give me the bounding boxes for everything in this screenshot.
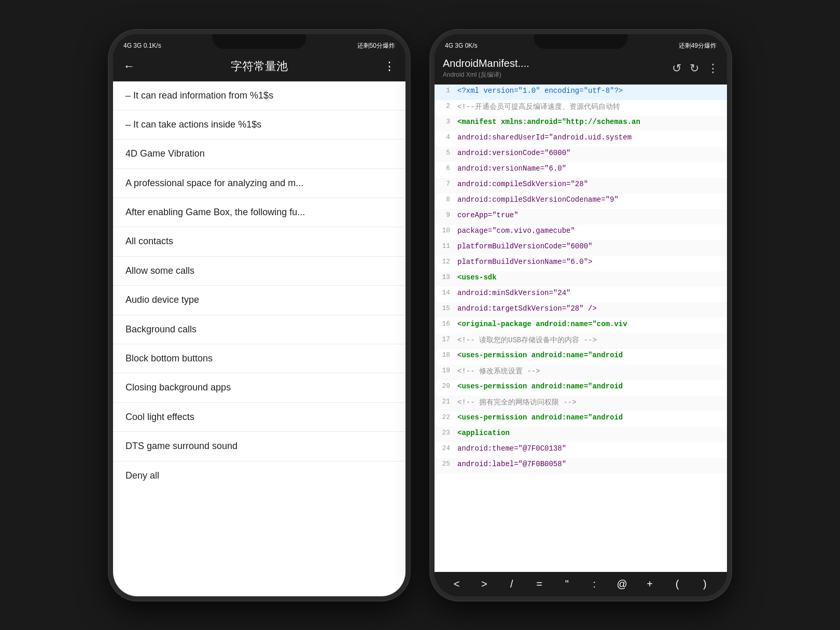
key-colon[interactable]: : [585, 576, 604, 592]
list-item-background-calls[interactable]: Background calls [113, 315, 405, 344]
menu-button-2[interactable]: ⋮ [707, 62, 719, 75]
key-lt[interactable]: < [447, 576, 466, 592]
volume-down-button [109, 169, 111, 211]
list-item-audio-device[interactable]: Audio device type [113, 286, 405, 315]
signal-text-1: 4G 3G 0.1K/s [123, 42, 161, 49]
code-line-8: 8 android:compileSdkVersionCodename="9" [435, 193, 727, 209]
key-open-paren[interactable]: ( [668, 576, 687, 592]
line-number: 2 [435, 101, 455, 110]
line-number: 11 [435, 241, 455, 250]
list-item-cool-light[interactable]: Cool light effects [113, 403, 405, 432]
line-number: 6 [435, 163, 455, 172]
list-item[interactable]: – It can take actions inside %1$s [113, 110, 405, 139]
custom-button-2 [430, 221, 432, 262]
key-slash[interactable]: / [502, 576, 521, 592]
code-line-21: 21 <!-- 拥有完全的网络访问权限 --> [435, 396, 727, 411]
line-number: 3 [435, 117, 455, 125]
list-item[interactable]: After enabling Game Box, the following f… [113, 198, 405, 227]
back-button[interactable]: ← [123, 60, 135, 73]
line-number: 25 [435, 459, 455, 468]
line-number: 8 [435, 194, 455, 203]
line-number: 14 [435, 288, 455, 297]
code-line-22: 22 <uses-permission android:name="androi… [435, 411, 727, 427]
line-content: android:sharedUserId="android.uid.system [455, 132, 727, 143]
code-line-7: 7 android:compileSdkVersion="28" [435, 178, 727, 193]
code-line-23: 23 <application [435, 427, 727, 442]
line-number: 13 [435, 272, 455, 281]
status-left-2: 4G 3G 0K/s [445, 42, 478, 49]
line-content: android:versionCode="6000" [455, 148, 727, 158]
battery-text-1: 还剩50分爆炸 [357, 41, 395, 50]
code-line-4: 4 android:sharedUserId="android.uid.syst… [435, 131, 727, 147]
line-content: <!--开通会员可提高反编译速度、资源代码自动转 [455, 101, 727, 113]
list-item[interactable]: Deny all [113, 461, 405, 490]
custom-button [109, 221, 111, 262]
status-right-1: 还剩50分爆炸 [357, 41, 395, 50]
code-line-24: 24 android:theme="@7F0C0138" [435, 442, 727, 458]
code-line-12: 12 platformBuildVersionName="6.0"> [435, 256, 727, 271]
line-number: 4 [435, 132, 455, 141]
volume-down-button-2 [430, 169, 432, 211]
status-bar-1: 4G 3G 0.1K/s 21:43:15 还剩50分爆炸 [113, 34, 405, 53]
status-bar-2: 4G 3G 0K/s 21:42:54 还剩49分爆炸 [435, 34, 727, 53]
line-content: <manifest xmlns:android="http://schemas.… [455, 117, 727, 127]
line-number: 1 [435, 86, 455, 94]
status-right-2: 还剩49分爆炸 [679, 41, 717, 50]
line-content: <!-- 读取您的USB存储设备中的内容 --> [455, 334, 727, 346]
line-number: 19 [435, 366, 455, 374]
line-number: 12 [435, 257, 455, 265]
power-button [408, 138, 410, 179]
code-line-11: 11 platformBuildVersionCode="6000" [435, 240, 727, 256]
list-item[interactable]: – It can read information from %1$s [113, 81, 405, 110]
line-number: 23 [435, 428, 455, 437]
code-line-13: 13 <uses-sdk [435, 271, 727, 287]
list-item[interactable]: DTS game surround sound [113, 432, 405, 461]
line-content: <!-- 拥有完全的网络访问权限 --> [455, 397, 727, 408]
line-number: 20 [435, 381, 455, 390]
key-gt[interactable]: > [475, 576, 494, 592]
list-item[interactable]: 4D Game Vibration [113, 139, 405, 169]
key-at[interactable]: @ [613, 576, 632, 592]
line-number: 24 [435, 443, 455, 452]
line-content: <uses-permission android:name="android [455, 412, 727, 423]
line-number: 15 [435, 303, 455, 312]
line-number: 21 [435, 397, 455, 405]
line-content: <uses-permission android:name="android [455, 381, 727, 391]
line-content: <uses-permission android:name="android [455, 350, 727, 360]
code-line-16: 16 <original-package android:name="com.v… [435, 318, 727, 333]
volume-up-button-2 [430, 128, 432, 159]
key-equals[interactable]: = [530, 576, 549, 592]
list-item[interactable]: Block bottom buttons [113, 344, 405, 373]
code-line-5: 5 android:versionCode="6000" [435, 147, 727, 162]
menu-button-1[interactable]: ⋮ [384, 60, 395, 73]
code-line-2: 2 <!--开通会员可提高反编译速度、资源代码自动转 [435, 100, 727, 116]
line-content: android:label="@7F0B0058" [455, 459, 727, 469]
line-content: platformBuildVersionName="6.0"> [455, 257, 727, 267]
redo-button[interactable]: ↻ [690, 62, 699, 75]
phone1-header: ← 字符常量池 ⋮ [113, 53, 405, 81]
line-content: android:versionName="6.0" [455, 163, 727, 174]
list-item-allow-calls[interactable]: Allow some calls [113, 257, 405, 286]
string-pool-list: – It can read information from %1$s – It… [113, 81, 405, 596]
key-quote[interactable]: " [557, 576, 576, 592]
editor-header: AndroidManifest.... Android Xml (反编译) ↺ … [435, 53, 727, 85]
list-item[interactable]: A professional space for analyzing and m… [113, 169, 405, 198]
editor-actions: ↺ ↻ ⋮ [672, 62, 719, 75]
list-item[interactable]: Closing background apps [113, 373, 405, 402]
battery-text-2: 还剩49分爆炸 [679, 41, 717, 50]
code-line-17: 17 <!-- 读取您的USB存储设备中的内容 --> [435, 333, 727, 349]
code-line-18: 18 <uses-permission android:name="androi… [435, 349, 727, 365]
line-content: <!-- 修改系统设置 --> [455, 366, 727, 377]
line-content: <uses-sdk [455, 272, 727, 283]
page-title-1: 字符常量池 [141, 59, 377, 74]
line-content: <original-package android:name="com.viv [455, 319, 727, 329]
key-close-paren[interactable]: ) [695, 576, 714, 592]
line-content: android:targetSdkVersion="28" /> [455, 303, 727, 314]
list-item[interactable]: All contacts [113, 227, 405, 256]
line-number: 18 [435, 350, 455, 359]
undo-button[interactable]: ↺ [672, 62, 681, 75]
line-number: 16 [435, 319, 455, 328]
phone-1: 4G 3G 0.1K/s 21:43:15 还剩50分爆炸 ← 字符常量池 ⋮ … [109, 30, 410, 600]
xml-editor[interactable]: 1 <?xml version="1.0" encoding="utf-8"?>… [435, 85, 727, 572]
key-plus[interactable]: + [640, 576, 659, 592]
